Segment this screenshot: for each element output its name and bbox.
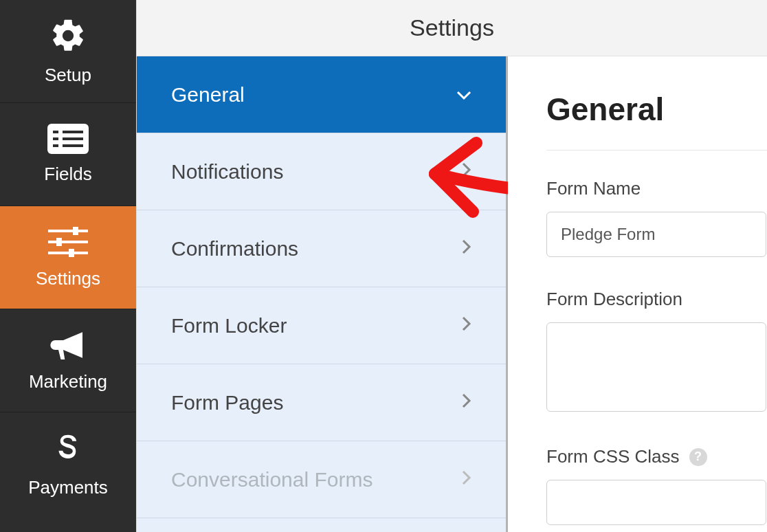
svg-rect-5 [63, 137, 83, 140]
sidebar-item-label: Settings [36, 268, 100, 289]
svg-rect-3 [53, 144, 58, 147]
submenu-item-label: Notifications [171, 160, 283, 184]
submenu-item-notifications[interactable]: Notifications [137, 133, 506, 210]
sidebar-item-fields[interactable]: Fields [0, 103, 136, 206]
help-icon[interactable]: ? [689, 448, 707, 466]
field-form-css: Form CSS Class ? [546, 446, 767, 525]
submenu-item-general[interactable]: General [137, 56, 506, 133]
right-area: Settings General Notifications [136, 0, 767, 532]
form-css-label-text: Form CSS Class [546, 446, 680, 467]
svg-rect-8 [48, 241, 88, 243]
svg-rect-6 [63, 144, 83, 147]
dollar-icon [56, 430, 80, 467]
topbar: Settings [137, 0, 767, 56]
svg-rect-11 [56, 238, 62, 246]
form-name-input[interactable] [546, 212, 766, 257]
form-css-label: Form CSS Class ? [546, 446, 767, 467]
divider [546, 150, 767, 151]
chevron-right-icon [462, 469, 471, 490]
form-description-label: Form Description [546, 289, 767, 310]
submenu-item-form-pages[interactable]: Form Pages [137, 364, 506, 441]
sidebar-item-label: Marketing [29, 371, 107, 392]
chevron-right-icon [462, 238, 471, 259]
panels: General Notifications Confirmations [137, 56, 767, 532]
chevron-down-icon [456, 84, 471, 105]
sidebar-item-setup[interactable]: Setup [0, 0, 136, 103]
app-root: Setup Fields Settings Marketing Payments [0, 0, 767, 532]
svg-rect-10 [73, 227, 78, 235]
form-name-label: Form Name [546, 178, 767, 199]
submenu-item-label: Form Pages [171, 391, 283, 414]
svg-rect-4 [63, 131, 83, 133]
chevron-right-icon [462, 315, 471, 336]
sidebar-item-marketing[interactable]: Marketing [0, 309, 136, 412]
bullhorn-icon [49, 329, 87, 362]
form-description-input[interactable] [546, 322, 766, 412]
sidebar-item-payments[interactable]: Payments [0, 412, 136, 516]
settings-submenu: General Notifications Confirmations [137, 56, 508, 532]
content-heading: General [546, 91, 767, 128]
svg-rect-1 [53, 131, 58, 133]
content-panel: General Form Name Form Description Form … [508, 56, 767, 532]
sliders-icon [48, 225, 88, 258]
main-sidebar: Setup Fields Settings Marketing Payments [0, 0, 136, 532]
submenu-item-label: Conversational Forms [171, 468, 373, 491]
chevron-right-icon [462, 161, 471, 182]
sidebar-item-settings[interactable]: Settings [0, 206, 136, 309]
page-title: Settings [410, 14, 494, 41]
form-css-input[interactable] [546, 480, 766, 525]
submenu-item-label: General [171, 83, 245, 107]
svg-rect-7 [48, 230, 88, 232]
chevron-right-icon [462, 392, 471, 413]
submenu-item-form-locker[interactable]: Form Locker [137, 287, 506, 364]
svg-rect-12 [69, 249, 74, 257]
submenu-item-label: Confirmations [171, 237, 298, 261]
svg-rect-9 [48, 252, 88, 254]
gear-icon [49, 16, 87, 55]
field-form-description: Form Description [546, 289, 767, 414]
submenu-item-label: Form Locker [171, 314, 287, 337]
sidebar-item-label: Fields [44, 164, 91, 185]
svg-rect-2 [53, 137, 58, 140]
list-icon [47, 124, 89, 154]
submenu-item-confirmations[interactable]: Confirmations [137, 210, 506, 287]
submenu-item-conversational-forms[interactable]: Conversational Forms [137, 441, 506, 518]
sidebar-item-label: Setup [45, 65, 91, 86]
field-form-name: Form Name [546, 178, 767, 257]
sidebar-item-label: Payments [28, 477, 108, 498]
